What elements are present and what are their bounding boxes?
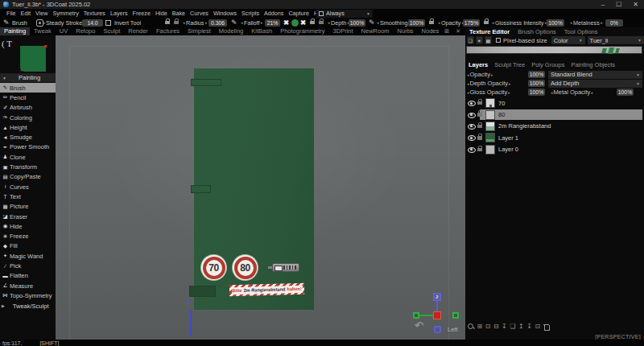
layer-row[interactable]: 2m Rangierabstand (465, 121, 644, 132)
tool-item[interactable]: ❄ Freeze (0, 231, 56, 241)
menu-item[interactable]: Edit (21, 10, 31, 17)
tool-item[interactable]: ✐ Airbrush (0, 103, 56, 113)
steady-stroke-value[interactable]: 14.0 (82, 19, 103, 27)
tool-item[interactable]: ✎ Brush (0, 83, 56, 93)
texture-preview-strip[interactable] (466, 46, 642, 54)
add-layer-icon[interactable]: ⊞ (477, 323, 483, 330)
tab-grid-icon[interactable]: ⊞ (444, 28, 449, 35)
layer-lock-icon[interactable] (477, 125, 482, 129)
color-swatch[interactable] (20, 46, 46, 72)
new-texture-icon[interactable]: ❏ (467, 36, 475, 44)
layer-lock-icon[interactable] (477, 113, 482, 117)
layer-row[interactable]: 70 (465, 97, 644, 109)
menu-item[interactable]: Capture (288, 10, 309, 17)
tool-item[interactable]: ▣ Transform (0, 162, 56, 171)
channel-dropdown[interactable]: Color▼ (551, 36, 585, 44)
tool-item[interactable]: ✦ Magic Wand (0, 251, 56, 261)
lock3-icon[interactable] (429, 18, 434, 27)
menu-item[interactable]: Windows (213, 10, 237, 17)
invert-tool-checkbox[interactable] (105, 18, 111, 27)
tool-section-header[interactable]: ▼ Painting (0, 73, 56, 82)
metalness-label[interactable]: Metalness (570, 18, 603, 27)
glossiness-label[interactable]: Glossiness Intensity (492, 18, 547, 27)
metal-opacity-value[interactable]: 100% (617, 89, 634, 96)
tool-item[interactable]: T Text (0, 192, 56, 201)
layer-panel-tab[interactable]: Painting Objects (568, 61, 618, 68)
minimize-button[interactable]: – (601, 1, 605, 9)
menu-item[interactable]: Curves (190, 10, 208, 17)
gizmo-center-handle[interactable] (433, 311, 441, 319)
move-up-icon[interactable]: ↥ (518, 323, 524, 330)
workspace-tab[interactable]: Simplest (184, 27, 215, 35)
workspace-tab[interactable]: Sculpt (99, 27, 124, 35)
glossiness-value[interactable]: 100% (547, 19, 564, 27)
metal-opacity-label[interactable]: Metal Opacity (551, 89, 593, 96)
layer-panel-tab[interactable]: Poly Groups (528, 61, 568, 68)
tool-item[interactable]: ◪ Eraser (0, 212, 56, 221)
smoothing-value[interactable]: 100% (408, 19, 425, 27)
clear-color-icon[interactable]: ✖ (283, 18, 289, 27)
falloff-value[interactable]: 21% (265, 19, 280, 27)
workspace-tab[interactable]: Tweak (30, 27, 56, 35)
lock2-icon[interactable] (319, 18, 324, 27)
gloss-opacity-value[interactable]: 100% (528, 89, 545, 96)
gizmo-x2-handle[interactable] (452, 312, 459, 319)
depth-label[interactable]: Depth (328, 18, 349, 27)
tab-close-icon[interactable]: ✕ (456, 28, 460, 35)
clamp-icon[interactable] (165, 18, 170, 27)
gizmo-z-handle[interactable]: 2 (433, 293, 441, 301)
radius-value[interactable]: 0.306 (208, 19, 227, 27)
star-icon[interactable]: ✦ (476, 36, 484, 44)
layer-opacity-value[interactable]: 100% (528, 71, 545, 78)
layer-panel-tab[interactable]: Sculpt Tree (491, 61, 528, 68)
depth-opacity-label[interactable]: Depth Opacity (467, 80, 511, 87)
tool-item[interactable]: ◄ Smudge (0, 132, 56, 142)
menu-item[interactable]: Bake (172, 10, 185, 17)
depth-mode-dropdown[interactable]: Add Depth▼ (548, 80, 642, 88)
visibility-eye-icon[interactable] (467, 123, 475, 129)
opacity-label[interactable]: Opacity (438, 18, 464, 27)
metalness-value[interactable]: 0% (605, 19, 623, 27)
import-icon[interactable]: ↧ (502, 323, 507, 330)
menu-item[interactable]: Hide (155, 10, 167, 17)
menu-item[interactable]: Freeze (133, 10, 151, 17)
current-color-swatch[interactable] (291, 18, 299, 27)
falloff-label[interactable]: Falloff (241, 18, 262, 27)
tool-item[interactable]: ◆ Fill (0, 241, 56, 251)
workspace-tab[interactable]: Render (124, 27, 152, 35)
depth-value[interactable]: 100% (349, 19, 365, 27)
gizmo-x-handle[interactable] (413, 312, 419, 319)
pixel-based-checkbox[interactable] (496, 38, 501, 43)
right-panel-tab[interactable]: Tool Options (560, 28, 602, 35)
radius-label[interactable]: Radius (183, 18, 207, 27)
workspace-tab[interactable]: Retopo (72, 27, 99, 35)
layer-lock-icon[interactable] (477, 101, 482, 105)
workspace-tab[interactable]: 3DPrint (329, 27, 357, 35)
grid-icon[interactable]: ▦ (485, 36, 493, 44)
zoom-icon[interactable] (468, 323, 474, 330)
workspace-tab[interactable]: Factures (152, 27, 184, 35)
lock-icon[interactable] (174, 18, 179, 27)
always-dropdown[interactable]: Always ▼ (316, 10, 373, 18)
delete-layer-icon[interactable] (543, 323, 549, 330)
tool-item[interactable]: ∠ Measure (0, 281, 56, 290)
right-panel-tab[interactable]: Brush Options (514, 28, 560, 35)
layer-row[interactable]: Layer 1 (465, 132, 644, 143)
lock4-icon[interactable] (484, 18, 489, 27)
opacity-value[interactable]: 175% (463, 19, 480, 27)
menu-item[interactable]: Symmetry (52, 10, 78, 17)
object-dropdown[interactable]: Tuer_li▼ (588, 36, 644, 44)
menu-item[interactable]: Addons (264, 10, 283, 17)
menu-item[interactable]: Textures (84, 10, 105, 17)
tool-item[interactable]: ♟ Clone (0, 152, 56, 162)
menu-item[interactable]: File (6, 10, 16, 17)
tool-item[interactable]: ▤ Copy/Paste (0, 172, 56, 182)
tool-item[interactable]: ✏ Pencil (0, 93, 56, 102)
duplicate-layer-icon[interactable]: ⊡ (485, 323, 491, 330)
visibility-eye-icon[interactable] (467, 135, 475, 141)
smoothing-label[interactable]: Smoothing (377, 18, 411, 27)
clamp2-icon[interactable] (310, 18, 315, 27)
layer-row[interactable]: Layer 0 (465, 144, 644, 155)
menu-item[interactable]: Scripts (242, 10, 259, 17)
merge-layer-icon[interactable]: ⊟ (493, 323, 499, 330)
